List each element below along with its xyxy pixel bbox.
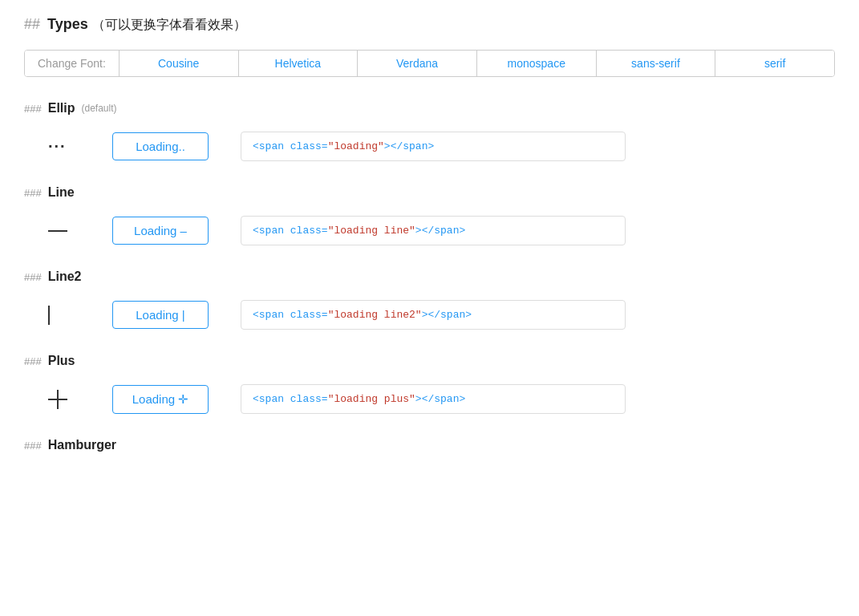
loading-button-ellip[interactable]: Loading.. bbox=[112, 132, 209, 160]
section-title-hamburger: Hamburger bbox=[48, 438, 116, 452]
demo-row-ellip: ··· Loading.. <span class="loading"></sp… bbox=[48, 132, 835, 161]
section-title-ellip: Ellip bbox=[48, 101, 75, 116]
section-line2: ### Line2 Loading | <span class="loading… bbox=[24, 270, 835, 330]
section-line: ### Line Loading – <span class="loading … bbox=[24, 185, 835, 245]
demo-icon-line2 bbox=[48, 306, 112, 325]
loading-button-plus[interactable]: Loading ✛ bbox=[112, 385, 209, 414]
section-plus: ### Plus Loading ✛ <span class="loading … bbox=[24, 354, 835, 414]
code-box-ellip: <span class="loading"></span> bbox=[241, 132, 626, 161]
code-val-line: "loading line" bbox=[328, 225, 415, 237]
section-hash-line: ### bbox=[24, 187, 42, 199]
title-subtitle: （可以更换字体看看效果） bbox=[92, 18, 246, 31]
font-bar: Change Font: Cousine Helvetica Verdana m… bbox=[24, 50, 835, 77]
section-heading-line2: ### Line2 bbox=[24, 270, 835, 284]
title-hash: ## bbox=[24, 16, 40, 32]
page-title: ## Types （可以更换字体看看效果） bbox=[24, 16, 835, 34]
demo-icon-plus bbox=[48, 390, 112, 409]
section-ellip: ### Ellip (default) ··· Loading.. <span … bbox=[24, 101, 835, 161]
code-val-plus: "loading plus" bbox=[328, 393, 415, 405]
code-tag-open-line: <span bbox=[253, 225, 290, 237]
section-heading-line: ### Line bbox=[24, 185, 835, 200]
font-btn-verdana[interactable]: Verdana bbox=[358, 51, 477, 76]
code-tag-open-ellip: <span bbox=[253, 140, 290, 152]
section-hash-plus: ### bbox=[24, 355, 42, 367]
section-heading-hamburger: ### Hamburger bbox=[24, 438, 835, 452]
loading-button-line2[interactable]: Loading | bbox=[112, 301, 209, 329]
section-badge-ellip: (default) bbox=[81, 103, 116, 114]
title-text: Types bbox=[47, 16, 88, 32]
code-attr-plus: class= bbox=[290, 393, 328, 405]
line2-icon bbox=[48, 306, 50, 325]
demo-row-plus: Loading ✛ <span class="loading plus"></s… bbox=[48, 384, 835, 414]
section-title-line: Line bbox=[48, 185, 75, 200]
code-attr-line: class= bbox=[290, 225, 328, 237]
demo-row-line: Loading – <span class="loading line"></s… bbox=[48, 216, 835, 245]
demo-icon-line bbox=[48, 230, 112, 232]
font-btn-sans-serif[interactable]: sans-serif bbox=[597, 51, 716, 76]
code-box-line2: <span class="loading line2"></span> bbox=[241, 300, 626, 330]
code-box-line: <span class="loading line"></span> bbox=[241, 216, 626, 245]
code-box-plus: <span class="loading plus"></span> bbox=[241, 384, 626, 414]
font-btn-serif[interactable]: serif bbox=[715, 51, 834, 76]
section-hash-hamburger: ### bbox=[24, 440, 42, 452]
code-attr-ellip: class= bbox=[290, 140, 328, 152]
code-tag-close-plus: ></span> bbox=[415, 393, 465, 405]
section-title-line2: Line2 bbox=[48, 270, 82, 284]
code-tag-close-ellip: ></span> bbox=[384, 140, 434, 152]
code-val-ellip: "loading" bbox=[328, 140, 384, 152]
code-tag-close-line: ></span> bbox=[415, 225, 465, 237]
section-title-plus: Plus bbox=[48, 354, 75, 368]
section-heading-ellip: ### Ellip (default) bbox=[24, 101, 835, 116]
demo-row-line2: Loading | <span class="loading line2"></… bbox=[48, 300, 835, 330]
font-bar-label: Change Font: bbox=[25, 51, 120, 76]
code-val-line2: "loading line2" bbox=[328, 309, 422, 321]
section-hash-line2: ### bbox=[24, 271, 42, 283]
section-hash-ellip: ### bbox=[24, 103, 42, 115]
line-icon bbox=[48, 230, 67, 232]
code-tag-close-line2: ></span> bbox=[422, 309, 472, 321]
font-btn-monospace[interactable]: monospace bbox=[477, 51, 597, 76]
loading-button-line[interactable]: Loading – bbox=[112, 217, 209, 245]
section-heading-plus: ### Plus bbox=[24, 354, 835, 368]
code-tag-open-plus: <span bbox=[253, 393, 290, 405]
code-attr-line2: class= bbox=[290, 309, 328, 321]
font-btn-cousine[interactable]: Cousine bbox=[120, 51, 239, 76]
code-tag-open-line2: <span bbox=[253, 309, 290, 321]
font-btn-helvetica[interactable]: Helvetica bbox=[239, 51, 359, 76]
plus-icon bbox=[48, 390, 67, 409]
demo-icon-ellip: ··· bbox=[48, 137, 112, 156]
ellip-icon: ··· bbox=[48, 137, 67, 156]
